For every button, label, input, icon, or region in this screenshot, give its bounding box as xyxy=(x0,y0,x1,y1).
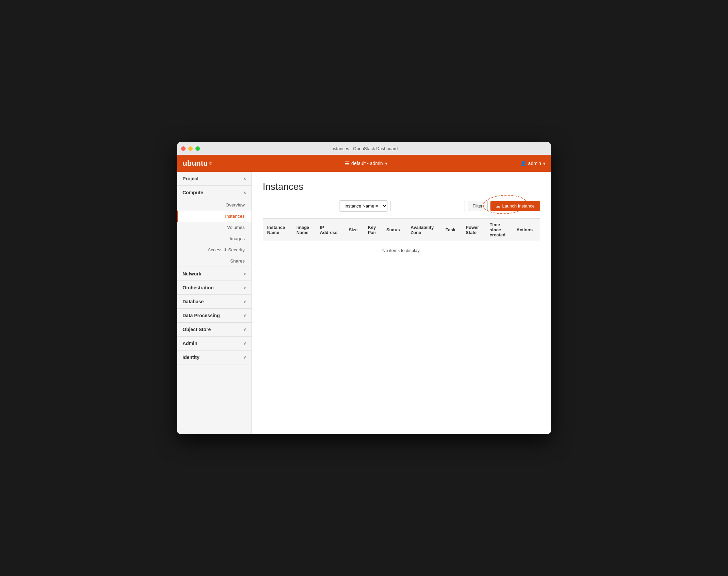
sidebar-group-compute[interactable]: Compute ∧ xyxy=(177,186,252,199)
sidebar-section-object-store: Object Store ∨ xyxy=(177,323,252,337)
user-icon: 👤 xyxy=(520,161,526,166)
launch-instance-button[interactable]: ☁ Launch Instance xyxy=(490,201,540,211)
th-status: Status xyxy=(382,219,406,241)
sidebar-compute-label: Compute xyxy=(183,190,203,195)
window-title: Instances - OpenStack Dashboard xyxy=(330,146,398,151)
content-area: Instances Instance Name = Filter ☁ Launc… xyxy=(252,172,551,434)
chevron-down-icon-database: ∨ xyxy=(243,300,246,304)
sidebar-item-overview[interactable]: Overview xyxy=(177,199,252,211)
logo-sup: ® xyxy=(209,161,212,165)
filter-input[interactable] xyxy=(390,201,465,211)
sidebar-item-volumes[interactable]: Volumes xyxy=(177,222,252,233)
filter-row: Instance Name = Filter ☁ Launch Instance xyxy=(263,200,540,212)
sidebar-project-label: Project xyxy=(183,176,198,181)
sidebar-section-network: Network ∨ xyxy=(177,267,252,281)
sidebar-network-label: Network xyxy=(183,271,201,276)
sidebar-group-database[interactable]: Database ∨ xyxy=(177,295,252,308)
filter-select[interactable]: Instance Name = xyxy=(340,200,387,212)
sidebar-section-project: Project ∧ xyxy=(177,172,252,186)
sidebar-section-compute: Compute ∧ Overview Instances Volumes Ima… xyxy=(177,186,252,267)
table-body: No items to display. xyxy=(263,241,540,260)
cloud-upload-icon: ☁ xyxy=(496,203,500,209)
sidebar-section-database: Database ∨ xyxy=(177,295,252,309)
close-button[interactable] xyxy=(181,146,186,151)
table-header-row: InstanceName ImageName IPAddress Size Ke… xyxy=(263,219,540,241)
chevron-up-icon-compute: ∧ xyxy=(243,191,246,195)
sidebar-identity-label: Identity xyxy=(183,355,200,360)
table-empty-row: No items to display. xyxy=(263,241,540,260)
maximize-button[interactable] xyxy=(195,146,200,151)
page-title: Instances xyxy=(263,181,540,192)
instances-table: InstanceName ImageName IPAddress Size Ke… xyxy=(263,218,540,260)
logo: ubuntu® xyxy=(183,159,212,168)
sidebar-section-identity: Identity ∨ xyxy=(177,350,252,364)
sidebar-database-label: Database xyxy=(183,299,204,304)
sidebar-item-shares[interactable]: Shares xyxy=(177,255,252,267)
nav-chevron-icon: ▾ xyxy=(385,161,387,166)
sidebar-section-admin: Admin ∨ xyxy=(177,337,252,350)
th-task: Task xyxy=(441,219,462,241)
sidebar-group-orchestration[interactable]: Orchestration ∨ xyxy=(177,281,252,294)
sidebar-group-object-store[interactable]: Object Store ∨ xyxy=(177,323,252,336)
nav-label: default • admin xyxy=(351,161,383,166)
th-size: Size xyxy=(345,219,364,241)
user-label: admin xyxy=(528,161,541,166)
app-window: Instances - OpenStack Dashboard ubuntu® … xyxy=(177,142,551,434)
sidebar: Project ∧ Compute ∧ Overview Instances V… xyxy=(177,172,252,434)
th-actions: Actions xyxy=(513,219,540,241)
sidebar-item-instances[interactable]: Instances xyxy=(177,211,252,222)
sidebar-item-images[interactable]: Images xyxy=(177,233,252,244)
minimize-button[interactable] xyxy=(188,146,193,151)
user-chevron-icon: ▾ xyxy=(543,161,545,166)
chevron-down-icon-data-processing: ∨ xyxy=(243,313,246,318)
th-availability-zone: AvailabilityZone xyxy=(406,219,441,241)
titlebar: Instances - OpenStack Dashboard xyxy=(177,142,551,155)
th-image-name: ImageName xyxy=(292,219,316,241)
sidebar-group-project[interactable]: Project ∧ xyxy=(177,172,252,185)
sidebar-object-store-label: Object Store xyxy=(183,327,211,332)
empty-message: No items to display. xyxy=(263,241,540,260)
sidebar-admin-label: Admin xyxy=(183,341,197,346)
th-power-state: PowerState xyxy=(462,219,486,241)
titlebar-buttons xyxy=(181,146,200,151)
th-ip-address: IPAddress xyxy=(316,219,345,241)
launch-instance-label: Launch Instance xyxy=(502,203,535,209)
chevron-down-icon-network: ∨ xyxy=(243,272,246,276)
sidebar-group-identity[interactable]: Identity ∨ xyxy=(177,350,252,364)
chevron-down-icon-object-store: ∨ xyxy=(243,327,246,332)
chevron-down-icon-admin: ∨ xyxy=(243,341,246,346)
sidebar-group-network[interactable]: Network ∨ xyxy=(177,267,252,281)
th-instance-name: InstanceName xyxy=(263,219,293,241)
sidebar-group-admin[interactable]: Admin ∨ xyxy=(177,337,252,350)
sidebar-section-data-processing: Data Processing ∨ xyxy=(177,309,252,323)
launch-btn-wrapper: ☁ Launch Instance xyxy=(490,201,540,211)
table-header: InstanceName ImageName IPAddress Size Ke… xyxy=(263,219,540,241)
nav-icon: ☰ xyxy=(345,161,349,166)
topbar: ubuntu® ☰ default • admin ▾ 👤 admin ▾ xyxy=(177,155,551,172)
sidebar-section-orchestration: Orchestration ∨ xyxy=(177,281,252,295)
chevron-up-icon: ∧ xyxy=(243,177,246,181)
user-menu[interactable]: 👤 admin ▾ xyxy=(520,161,545,166)
main-layout: Project ∧ Compute ∧ Overview Instances V… xyxy=(177,172,551,434)
chevron-down-icon-orchestration: ∨ xyxy=(243,286,246,290)
sidebar-item-access-security[interactable]: Access & Security xyxy=(177,244,252,255)
filter-button[interactable]: Filter xyxy=(468,201,488,211)
chevron-down-icon-identity: ∨ xyxy=(243,355,246,360)
sidebar-orchestration-label: Orchestration xyxy=(183,285,214,290)
nav-project-selector[interactable]: ☰ default • admin ▾ xyxy=(345,161,387,166)
sidebar-group-data-processing[interactable]: Data Processing ∨ xyxy=(177,309,252,322)
th-key-pair: KeyPair xyxy=(364,219,382,241)
sidebar-data-processing-label: Data Processing xyxy=(183,313,220,318)
logo-text: ubuntu xyxy=(183,159,208,168)
th-time-since-created: Timesincecreated xyxy=(486,219,513,241)
